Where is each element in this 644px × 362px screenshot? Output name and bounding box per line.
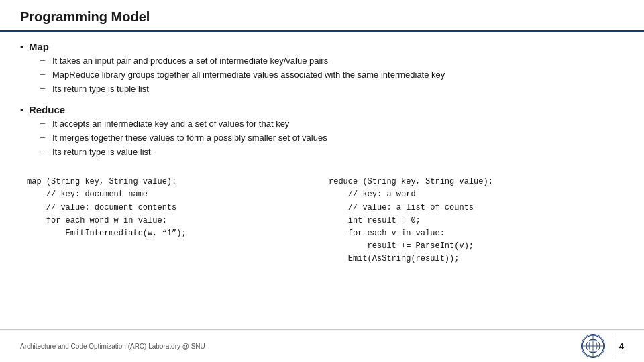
reduce-sub-text-2: It merges together these values to form … [52,132,327,144]
reduce-sub-1: – It accepts an intermediate key and a s… [40,118,624,130]
map-sub-1: – It takes an input pair and produces a … [40,55,624,67]
dash-1: – [40,55,47,65]
dash-2: – [40,69,47,79]
dash-4: – [40,118,47,128]
map-sub-text-2: MapReduce library groups together all in… [52,69,445,81]
bullet-dot-map: • [20,42,23,52]
dash-3: – [40,83,47,93]
slide-footer: Architecture and Code Optimization (ARC)… [0,329,644,362]
dash-6: – [40,146,47,156]
footer-lab-name: Architecture and Code Optimization (ARC)… [20,343,205,350]
bullet-map: • Map [20,41,624,52]
code-right: reduce (String key, String value): // ke… [322,176,624,329]
map-sub-text-1: It takes an input pair and produces a se… [52,55,328,67]
footer-divider [612,336,612,356]
slide-content: • Map – It takes an input pair and produ… [0,32,644,329]
slide: Programming Model • Map – It takes an in… [0,0,644,362]
reduce-sub-3: – Its return type is value list [40,146,624,158]
map-sub-text-3: Its return type is tuple list [52,83,149,95]
reduce-sub-text-3: Its return type is value list [52,146,151,158]
bullet-dot-reduce: • [20,105,23,115]
code-left: map (String key, String value): // key: … [20,176,322,329]
footer-right: 4 [581,334,624,358]
footer-page-number: 4 [619,341,624,351]
bullet-reduce: • Reduce [20,104,624,115]
code-section: map (String key, String value): // key: … [20,176,624,329]
reduce-sub-text-1: It accepts an intermediate key and a set… [52,118,289,130]
map-sub-3: – Its return type is tuple list [40,83,624,95]
reduce-label: Reduce [29,104,65,115]
dash-5: – [40,132,47,142]
map-label: Map [29,41,49,52]
logo-svg [582,335,604,357]
section-reduce: • Reduce – It accepts an intermediate ke… [20,104,624,162]
map-sub-bullets: – It takes an input pair and produces a … [40,55,624,96]
slide-title: Programming Model [20,9,150,24]
section-map: • Map – It takes an input pair and produ… [20,41,624,99]
slide-header: Programming Model [0,0,644,32]
snu-logo [581,334,605,358]
reduce-sub-2: – It merges together these values to for… [40,132,624,144]
map-sub-2: – MapReduce library groups together all … [40,69,624,81]
reduce-sub-bullets: – It accepts an intermediate key and a s… [40,118,624,159]
